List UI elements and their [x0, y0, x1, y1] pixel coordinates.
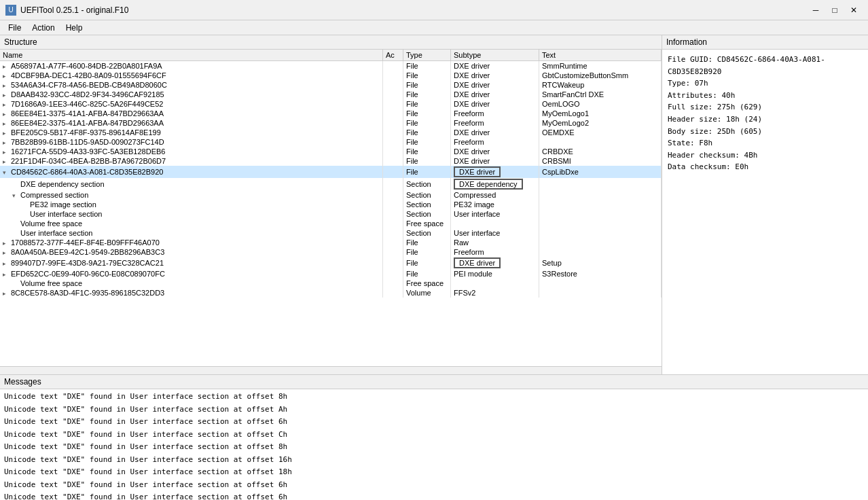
- cell-text: OemLOGO: [539, 99, 662, 109]
- cell-subtype: Freeform: [451, 118, 539, 128]
- table-row[interactable]: User interface section Section User inte…: [0, 228, 662, 238]
- cell-name: ▸899407D7-99FE-43D8-9A21-79EC328CAC21: [0, 257, 383, 269]
- table-row[interactable]: ▸D8AAB432-93CC-48D2-9F34-3496CAF92185 Fi…: [0, 90, 662, 99]
- table-row[interactable]: ▸17088572-377F-44EF-8F4E-B09FFF46A070 Fi…: [0, 238, 662, 247]
- cell-ac: [383, 279, 403, 288]
- row-name-text: 86EE84E1-3375-41A1-AFBA-847BD29663AA: [11, 109, 164, 118]
- cell-type: Free space: [403, 279, 451, 288]
- table-row[interactable]: User interface section Section User inte…: [0, 209, 662, 219]
- cell-name: ▾Compressed section: [0, 190, 383, 200]
- info-line: Data checksum: E0h: [668, 161, 863, 173]
- cell-subtype: DXE driver: [451, 61, 539, 71]
- table-row[interactable]: ▸534A6A34-CF78-4A56-BEDB-CB49A8D8060C Fi…: [0, 80, 662, 90]
- cell-subtype: Freeform: [451, 109, 539, 118]
- cell-ac: [383, 288, 403, 298]
- expand-icon: ▸: [3, 73, 10, 79]
- cell-name: User interface section: [0, 209, 383, 219]
- cell-subtype: Freeform: [451, 137, 539, 147]
- cell-name: ▸8A0A450A-BEE9-42C1-9549-2BB8296AB3C3: [0, 247, 383, 257]
- cell-text: [539, 288, 662, 298]
- cell-name: Volume free space: [0, 279, 383, 288]
- table-row[interactable]: ▸8A0A450A-BEE9-42C1-9549-2BB8296AB3C3 Fi…: [0, 247, 662, 257]
- cell-type: File: [403, 166, 451, 178]
- table-row[interactable]: Volume free space Free space: [0, 219, 662, 228]
- cell-subtype: DXE driver: [451, 147, 539, 156]
- table-row[interactable]: ▾Compressed section Section Compressed: [0, 190, 662, 200]
- cell-subtype: PEI module: [451, 269, 539, 279]
- row-name-text: 7D1686A9-1EE3-446C-825C-5A26F449CE52: [11, 100, 163, 108]
- cell-subtype: DXE driver: [451, 99, 539, 109]
- cell-subtype: DXE driver: [451, 80, 539, 90]
- table-row[interactable]: ▸16271FCA-55D9-4A33-93FC-5A3EB128DEB6 Fi…: [0, 147, 662, 156]
- horizontal-scrollbar[interactable]: [0, 366, 662, 374]
- info-content: File GUID: CD84562C-6864-40A3-A081-C8D35…: [662, 50, 868, 374]
- maximize-button[interactable]: □: [826, 3, 844, 17]
- cell-ac: [383, 109, 403, 118]
- cell-name: ▸7BB28B99-61BB-11D5-9A5D-0090273FC14D: [0, 137, 383, 147]
- messages-content[interactable]: Unicode text "DXE" found in User interfa…: [0, 389, 868, 500]
- menu-help[interactable]: Help: [60, 22, 88, 34]
- row-name-text: Compressed section: [20, 191, 88, 199]
- cell-ac: [383, 219, 403, 228]
- minimize-button[interactable]: ─: [807, 3, 825, 17]
- cell-ac: [383, 247, 403, 257]
- row-name-text: 16271FCA-55D9-4A33-93FC-5A3EB128DEB6: [11, 147, 165, 156]
- messages-area: Messages Unicode text "DXE" found in Use…: [0, 374, 868, 500]
- table-row[interactable]: PE32 image section Section PE32 image: [0, 200, 662, 209]
- col-ac: Ac: [383, 50, 403, 61]
- cell-ac: [383, 71, 403, 80]
- expand-icon: ▸: [3, 271, 10, 278]
- cell-text: OEMDXE: [539, 128, 662, 137]
- cell-type: File: [403, 118, 451, 128]
- cell-name: ▸EFD652CC-0E99-40F0-96C0-E08C089070FC: [0, 269, 383, 279]
- cell-text: [539, 209, 662, 219]
- table-row[interactable]: ▸BFE205C9-5B17-4F8F-9375-89614AF8E199 Fi…: [0, 128, 662, 137]
- row-name-text: 86EE84E2-3375-41A1-AFBA-847BD29663AA: [11, 119, 164, 127]
- message-line: Unicode text "DXE" found in User interfa…: [4, 491, 864, 500]
- row-name-text: CD84562C-6864-40A3-A081-C8D35E82B920: [11, 168, 163, 176]
- cell-text: [539, 279, 662, 288]
- col-subtype: Subtype: [451, 50, 539, 61]
- cell-subtype: DXE driver: [451, 166, 539, 178]
- cell-type: Section: [403, 178, 451, 190]
- table-row[interactable]: Volume free space Free space: [0, 279, 662, 288]
- table-row[interactable]: DXE dependency section Section DXE depen…: [0, 178, 662, 190]
- tree-container[interactable]: Name Ac Type Subtype Text ▸A56897A1-A77F…: [0, 50, 662, 366]
- expand-icon: ▾: [3, 169, 10, 176]
- cell-name: ▸534A6A34-CF78-4A56-BEDB-CB49A8D8060C: [0, 80, 383, 90]
- menu-action[interactable]: Action: [26, 22, 60, 34]
- message-line: Unicode text "DXE" found in User interfa…: [4, 466, 864, 479]
- cell-text: CspLibDxe: [539, 166, 662, 178]
- cell-subtype: FFSv2: [451, 288, 539, 298]
- table-row[interactable]: ▸86EE84E1-3375-41A1-AFBA-847BD29663AA Fi…: [0, 109, 662, 118]
- table-row[interactable]: ▸899407D7-99FE-43D8-9A21-79EC328CAC21 Fi…: [0, 257, 662, 269]
- menu-file[interactable]: File: [3, 22, 26, 34]
- table-row[interactable]: ▸A56897A1-A77F-4600-84DB-22B0A801FA9A Fi…: [0, 61, 662, 71]
- table-row[interactable]: ▸221F1D4F-034C-4BEA-B2BB-B7A9672B06D7 Fi…: [0, 156, 662, 166]
- info-line: Body size: 25Dh (605): [668, 126, 863, 138]
- cell-type: Section: [403, 200, 451, 209]
- cell-name: ▸16271FCA-55D9-4A33-93FC-5A3EB128DEB6: [0, 147, 383, 156]
- menu-bar: File Action Help: [0, 20, 868, 35]
- table-row[interactable]: ▸7BB28B99-61BB-11D5-9A5D-0090273FC14D Fi…: [0, 137, 662, 147]
- table-row[interactable]: ▸4DCBF9BA-DEC1-42B0-8A09-01555694F6CF Fi…: [0, 71, 662, 80]
- close-button[interactable]: ✕: [845, 3, 863, 17]
- table-row[interactable]: ▸86EE84E2-3375-41A1-AFBA-847BD29663AA Fi…: [0, 118, 662, 128]
- cell-text: [539, 190, 662, 200]
- cell-text: MyOemLogo2: [539, 118, 662, 128]
- row-name-text: 17088572-377F-44EF-8F4E-B09FFF46A070: [11, 238, 160, 247]
- table-row[interactable]: ▸EFD652CC-0E99-40F0-96C0-E08C089070FC Fi…: [0, 269, 662, 279]
- table-row[interactable]: ▾CD84562C-6864-40A3-A081-C8D35E82B920 Fi…: [0, 166, 662, 178]
- cell-type: File: [403, 109, 451, 118]
- message-line: Unicode text "DXE" found in User interfa…: [4, 441, 864, 454]
- expand-icon: ▸: [3, 92, 10, 99]
- cell-name: PE32 image section: [0, 200, 383, 209]
- cell-name: ▸86EE84E1-3375-41A1-AFBA-847BD29663AA: [0, 109, 383, 118]
- table-row[interactable]: ▸8C8CE578-8A3D-4F1C-9935-896185C32DD3 Vo…: [0, 288, 662, 298]
- table-row[interactable]: ▸7D1686A9-1EE3-446C-825C-5A26F449CE52 Fi…: [0, 99, 662, 109]
- cell-ac: [383, 99, 403, 109]
- cell-ac: [383, 190, 403, 200]
- cell-type: File: [403, 247, 451, 257]
- cell-subtype: PE32 image: [451, 200, 539, 209]
- row-name-text: Volume free space: [20, 279, 82, 287]
